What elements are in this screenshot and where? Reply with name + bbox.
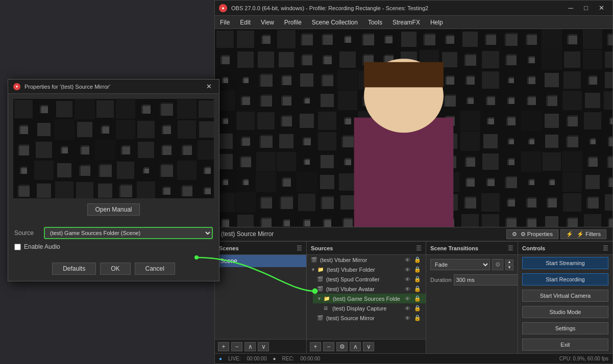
studio-mode-button[interactable]: Studio Mode xyxy=(522,306,608,318)
add-source-button[interactable]: + xyxy=(310,342,321,351)
settings-button[interactable]: Settings xyxy=(522,322,608,334)
source-label-bar: (test) Source Mirror ⚙ ⚙ Properties ⚡ ⚡ … xyxy=(215,227,612,241)
lock-icon-3[interactable]: 🔒 xyxy=(413,276,422,282)
properties-button[interactable]: ⚙ ⚙ Properties xyxy=(506,229,558,239)
source-vtuber-folder[interactable]: ▼ 📁 (test) Vtuber Folder 👁 🔒 xyxy=(307,265,426,274)
controls-settings-icon[interactable]: ☰ xyxy=(603,245,608,252)
transitions-settings-icon[interactable]: ☰ xyxy=(508,245,513,252)
sources-settings-icon[interactable]: ☰ xyxy=(416,245,422,252)
move-source-up-button[interactable]: ∧ xyxy=(350,342,361,351)
live-label: LIVE: xyxy=(228,356,240,361)
scenes-settings-icon[interactable]: ☰ xyxy=(297,245,302,252)
source-display-capture[interactable]: 🖥 (test) Display Capture 👁 🔒 xyxy=(319,303,426,313)
exit-button[interactable]: Exit xyxy=(522,339,608,351)
cpu-info: CPU: 0.9%, 60.00 fps xyxy=(559,356,608,361)
dialog-close-button[interactable]: ✕ xyxy=(204,82,214,91)
properties-dialog: ● Properties for '(test) Source Mirror' … xyxy=(8,79,219,281)
eye-icon-3[interactable]: 👁 xyxy=(403,276,411,282)
transition-type-dropdown[interactable]: Fade xyxy=(430,259,490,270)
minimize-button[interactable]: ─ xyxy=(563,3,578,13)
menu-tools[interactable]: Tools xyxy=(363,17,387,28)
menu-profile[interactable]: Profile xyxy=(279,17,307,28)
open-manual-button[interactable]: Open Manual xyxy=(87,203,139,216)
lock-icon-1[interactable]: 🔒 xyxy=(413,256,422,263)
transitions-panel-header: Scene Transitions ☰ xyxy=(426,242,518,255)
menu-help[interactable]: Help xyxy=(425,17,448,28)
duration-row: Duration ▲ ▼ xyxy=(430,274,513,285)
duration-input[interactable] xyxy=(454,274,518,285)
dialog-footer: Defaults OK Cancel xyxy=(8,258,219,281)
remove-source-button[interactable]: − xyxy=(323,342,334,351)
source-dropdown[interactable]: (test) Game Sources Folder (Scene) xyxy=(44,227,213,239)
expand-arrow-2: ▼ xyxy=(317,296,322,301)
eye-icon-4[interactable]: 👁 xyxy=(403,286,411,292)
menu-edit[interactable]: Edit xyxy=(235,17,256,28)
cancel-button[interactable]: Cancel xyxy=(135,263,175,275)
folder-icon-2: 📁 xyxy=(324,296,331,301)
move-scene-up-button[interactable]: ∧ xyxy=(244,342,256,351)
eye-icon-5[interactable]: 👁 xyxy=(403,296,411,302)
source-vtuber-avatar[interactable]: 🎬 (test) Vtuber Avatar 👁 🔒 xyxy=(313,284,426,294)
filter-icon: ⚡ xyxy=(566,231,573,238)
eye-icon-7[interactable]: 👁 xyxy=(403,315,411,321)
gear-icon: ⚙ xyxy=(512,231,517,238)
dialog-preview xyxy=(13,99,214,198)
dialog-body: Source (test) Game Sources Folder (Scene… xyxy=(8,223,219,258)
source-settings-button[interactable]: ⚙ xyxy=(336,342,348,351)
add-scene-button[interactable]: + xyxy=(218,342,229,351)
move-scene-down-button[interactable]: ∨ xyxy=(258,342,269,351)
source-spud-controller[interactable]: 🎬 (test) Spud Controller 👁 🔒 xyxy=(313,274,426,284)
close-button[interactable]: ✕ xyxy=(594,3,608,13)
scenes-footer: + − ∧ ∨ xyxy=(215,339,306,353)
clip-icon-4: 🎬 xyxy=(317,315,324,321)
lock-icon-5[interactable]: 🔒 xyxy=(413,295,422,302)
live-time: 00:00:00 xyxy=(247,356,267,361)
scene-item-scene[interactable]: Scene xyxy=(215,255,306,267)
maximize-button[interactable]: □ xyxy=(579,3,593,13)
filters-button[interactable]: ⚡ ⚡ Filters xyxy=(560,229,606,239)
source-game-sources-folder[interactable]: ▼ 📁 (test) Game Sources Folde 👁 🔒 xyxy=(313,294,426,303)
lock-icon-2[interactable]: 🔒 xyxy=(413,266,422,273)
obs-title-text: OBS 27.0.0 (64-bit, windows) - Profile: … xyxy=(231,5,563,11)
obs-main-window: ● OBS 27.0.0 (64-bit, windows) - Profile… xyxy=(214,0,613,364)
eye-icon-6[interactable]: 👁 xyxy=(403,305,411,311)
remove-scene-button[interactable]: − xyxy=(231,342,242,351)
dialog-title-bar: ● Properties for '(test) Source Mirror' … xyxy=(8,80,219,94)
menu-file[interactable]: File xyxy=(215,17,235,28)
transition-settings-button[interactable]: ⚙ xyxy=(492,259,503,270)
defaults-button[interactable]: Defaults xyxy=(52,263,96,275)
rec-label: REC: xyxy=(282,356,295,361)
menu-view[interactable]: View xyxy=(256,17,279,28)
eye-icon-2[interactable]: 👁 xyxy=(403,267,411,273)
ok-button[interactable]: OK xyxy=(100,263,130,275)
lock-icon-6[interactable]: 🔒 xyxy=(413,305,422,311)
lock-icon-4[interactable]: 🔒 xyxy=(413,285,422,292)
title-bar-buttons: ─ □ ✕ xyxy=(563,3,608,13)
transitions-panel: Scene Transitions ☰ Fade ⚙ ▲ ▼ Duration … xyxy=(426,242,518,353)
menu-scene-collection[interactable]: Scene Collection xyxy=(307,17,363,28)
scenes-header-label: Scenes xyxy=(219,245,239,251)
lock-icon-7[interactable]: 🔒 xyxy=(413,315,422,321)
move-source-down-button[interactable]: ∨ xyxy=(363,342,374,351)
transition-increment-btn[interactable]: ▲ xyxy=(505,259,513,265)
dialog-title: Properties for '(test) Source Mirror' xyxy=(24,84,204,90)
scenes-panel: Scenes ☰ Scene + − ∧ ∨ xyxy=(215,242,307,353)
source-vtuber-mirror[interactable]: 🎬 (test) Vtuber Mirror 👁 🔒 xyxy=(307,255,426,265)
status-bar: ● LIVE: 00:00:00 ● REC: 00:00:00 CPU: 0.… xyxy=(215,353,612,363)
obs-dialog-icon: ● xyxy=(13,83,20,90)
sources-list: 🎬 (test) Vtuber Mirror 👁 🔒 ▼ 📁 (test) Vt… xyxy=(307,255,426,339)
preview-canvas xyxy=(215,29,612,227)
enable-audio-checkbox[interactable] xyxy=(14,244,21,250)
source-source-mirror[interactable]: 🎬 (test) Source Mirror 👁 🔒 xyxy=(313,313,426,323)
transition-decrement-btn[interactable]: ▼ xyxy=(505,265,513,270)
menu-streamfx[interactable]: StreamFX xyxy=(387,17,425,28)
preview-area xyxy=(215,29,612,227)
start-recording-button[interactable]: Start Recording xyxy=(522,273,608,285)
eye-icon-1[interactable]: 👁 xyxy=(403,257,411,263)
obs-app-icon: ● xyxy=(219,4,227,12)
scenes-panel-header: Scenes ☰ xyxy=(215,242,306,255)
clip-icon-3: 🎬 xyxy=(317,286,324,292)
start-streaming-button[interactable]: Start Streaming xyxy=(522,257,608,269)
start-virtual-camera-button[interactable]: Start Virtual Camera xyxy=(522,290,608,302)
rec-dot: ● xyxy=(273,356,276,361)
